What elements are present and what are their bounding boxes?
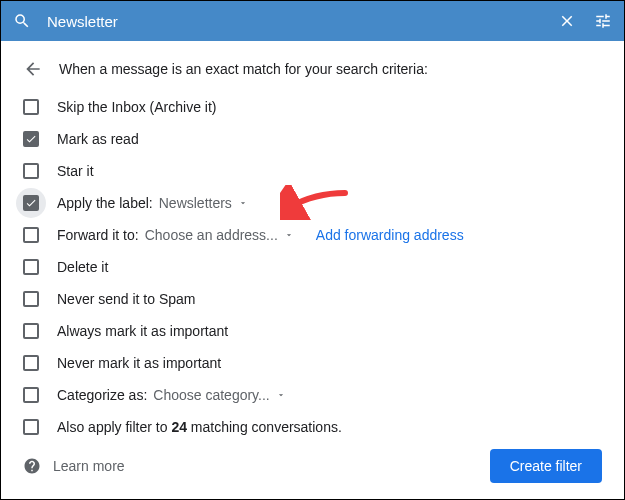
- caret-down-icon: [276, 390, 286, 400]
- label-skip-inbox: Skip the Inbox (Archive it): [57, 99, 217, 115]
- back-arrow-icon[interactable]: [23, 59, 43, 79]
- option-categorize: Categorize as: Choose category...: [1, 379, 624, 411]
- option-skip-inbox: Skip the Inbox (Archive it): [1, 91, 624, 123]
- label-never-important: Never mark it as important: [57, 355, 221, 371]
- option-never-spam: Never send it to Spam: [1, 283, 624, 315]
- filter-content: When a message is an exact match for you…: [1, 41, 624, 499]
- label-categorize: Categorize as:: [57, 387, 147, 403]
- checkbox-star[interactable]: [23, 163, 39, 179]
- checkbox-apply-label[interactable]: [23, 195, 39, 211]
- footer: Learn more Create filter: [1, 437, 624, 499]
- option-also-apply: Also apply filter to 24 matching convers…: [1, 411, 624, 437]
- also-apply-count: 24: [171, 419, 187, 435]
- dropdown-forward[interactable]: Choose an address...: [145, 227, 294, 243]
- caret-down-icon: [238, 198, 248, 208]
- label-delete: Delete it: [57, 259, 108, 275]
- heading-row: When a message is an exact match for you…: [1, 55, 624, 91]
- help-icon[interactable]: [23, 457, 41, 475]
- checkbox-never-spam[interactable]: [23, 291, 39, 307]
- checkbox-never-important[interactable]: [23, 355, 39, 371]
- dropdown-categorize-text: Choose category...: [153, 387, 269, 403]
- label-never-spam: Never send it to Spam: [57, 291, 196, 307]
- option-never-important: Never mark it as important: [1, 347, 624, 379]
- option-star: Star it: [1, 155, 624, 187]
- tune-icon[interactable]: [594, 12, 612, 30]
- checkbox-mark-read[interactable]: [23, 131, 39, 147]
- checkbox-always-important[interactable]: [23, 323, 39, 339]
- label-also-apply: Also apply filter to 24 matching convers…: [57, 419, 342, 435]
- checkbox-categorize[interactable]: [23, 387, 39, 403]
- caret-down-icon: [284, 230, 294, 240]
- label-mark-read: Mark as read: [57, 131, 139, 147]
- search-header: Newsletter: [1, 1, 624, 41]
- criteria-heading: When a message is an exact match for you…: [59, 61, 428, 77]
- link-add-forwarding[interactable]: Add forwarding address: [316, 227, 464, 243]
- checkbox-forward[interactable]: [23, 227, 39, 243]
- header-title: Newsletter: [47, 13, 558, 30]
- option-delete: Delete it: [1, 251, 624, 283]
- label-always-important: Always mark it as important: [57, 323, 228, 339]
- also-apply-prefix: Also apply filter to: [57, 419, 171, 435]
- label-forward: Forward it to:: [57, 227, 139, 243]
- checkbox-delete[interactable]: [23, 259, 39, 275]
- option-mark-read: Mark as read: [1, 123, 624, 155]
- label-star: Star it: [57, 163, 94, 179]
- dropdown-categorize[interactable]: Choose category...: [153, 387, 285, 403]
- checkbox-also-apply[interactable]: [23, 419, 39, 435]
- options-list: Skip the Inbox (Archive it) Mark as read…: [1, 91, 624, 437]
- also-apply-suffix: matching conversations.: [187, 419, 342, 435]
- create-filter-button[interactable]: Create filter: [490, 449, 602, 483]
- search-icon: [13, 12, 31, 30]
- dropdown-forward-text: Choose an address...: [145, 227, 278, 243]
- label-apply-label: Apply the label:: [57, 195, 153, 211]
- close-icon[interactable]: [558, 12, 576, 30]
- option-forward: Forward it to: Choose an address... Add …: [1, 219, 624, 251]
- option-always-important: Always mark it as important: [1, 315, 624, 347]
- option-apply-label: Apply the label: Newsletters: [1, 187, 624, 219]
- checkbox-skip-inbox[interactable]: [23, 99, 39, 115]
- learn-more-link[interactable]: Learn more: [53, 458, 125, 474]
- dropdown-apply-label-text: Newsletters: [159, 195, 232, 211]
- dropdown-apply-label[interactable]: Newsletters: [159, 195, 248, 211]
